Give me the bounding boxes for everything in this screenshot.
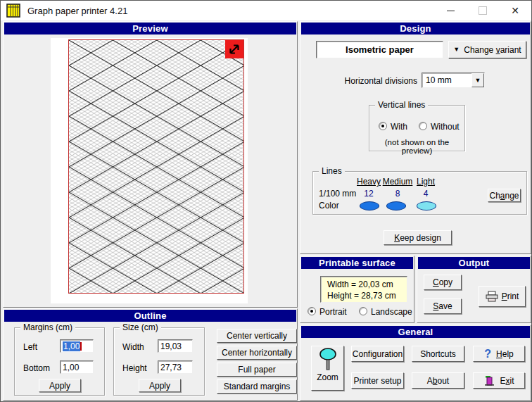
help-button[interactable]: ? Help: [473, 346, 525, 362]
vertical-lines-with-label: With: [391, 122, 407, 132]
save-button[interactable]: Save: [424, 299, 462, 314]
heavy-color-swatch[interactable]: [360, 201, 379, 211]
printable-surface-panel: Printable surface Width = 20,03 cm Heigh…: [300, 256, 414, 323]
output-panel: Output Copy Save Print: [417, 256, 531, 323]
light-color-swatch[interactable]: [417, 201, 436, 211]
size-legend: Size (cm): [120, 322, 161, 332]
light-thickness-value: 4: [412, 189, 440, 199]
lines-group: Lines Heavy Medium Light 1/100 mm 12 8 4…: [312, 171, 527, 215]
printable-area-outline: [68, 39, 244, 294]
text-caret: [80, 342, 82, 351]
lines-thickness-label: 1/100 mm: [319, 189, 356, 199]
left-margin-label: Left: [23, 342, 37, 352]
magnifier-icon: [317, 348, 338, 372]
print-button[interactable]: Print: [479, 286, 526, 307]
lines-color-label: Color: [319, 201, 339, 211]
change-lines-button[interactable]: Change: [488, 189, 521, 202]
height-label: Height: [122, 363, 147, 373]
printer-setup-button[interactable]: Printer setup: [351, 372, 404, 389]
general-panel: General Zoom Configuration Shortcuts ? H…: [300, 325, 531, 401]
vertical-lines-with-radio[interactable]: [379, 122, 387, 130]
lines-col-medium: Medium: [380, 177, 415, 187]
app-window: Graph paper printer 4.21 ✕ Preview: [0, 0, 532, 402]
shortcuts-button[interactable]: Shortcuts: [412, 346, 464, 362]
exit-door-icon: [483, 375, 495, 387]
vertical-lines-note: (not shown on the preview): [369, 138, 464, 155]
horizontal-divisions-label: Horizontal divisions: [329, 76, 417, 86]
dropdown-triangle-icon: ▼: [453, 46, 460, 53]
title-bar: Graph paper printer 4.21 ✕: [1, 1, 531, 20]
keep-design-button[interactable]: Keep design: [384, 230, 452, 245]
lines-col-light: Light: [412, 177, 440, 187]
close-button[interactable]: ✕: [499, 1, 531, 20]
close-icon: ✕: [511, 6, 519, 15]
width-input[interactable]: 19,03: [158, 339, 193, 353]
medium-thickness-value: 8: [380, 189, 415, 199]
copy-button[interactable]: Copy: [424, 275, 462, 290]
chevron-down-icon: ▼: [475, 77, 481, 84]
landscape-radio[interactable]: [359, 307, 367, 315]
margins-apply-button[interactable]: Apply: [39, 379, 81, 392]
preview-zoom-button[interactable]: [225, 40, 243, 58]
change-variant-button[interactable]: ▼ Change variant: [448, 41, 526, 58]
question-mark-icon: ?: [484, 348, 491, 360]
portrait-label: Portrait: [319, 307, 347, 317]
about-button[interactable]: About: [412, 372, 464, 389]
bottom-margin-input[interactable]: 1,00: [60, 360, 94, 374]
center-horizontally-button[interactable]: Center horizontally: [217, 346, 297, 360]
minimize-icon: [447, 11, 455, 11]
design-header: Design: [301, 23, 530, 34]
paper-type-display: Isometric paper: [316, 41, 443, 58]
printer-icon: [486, 291, 498, 302]
configuration-button[interactable]: Configuration: [351, 346, 404, 362]
resize-arrow-icon: [227, 42, 242, 57]
center-vertically-button[interactable]: Center vertically: [217, 329, 297, 343]
landscape-label: Landscape: [371, 307, 412, 317]
vertical-lines-without-label: Without: [431, 122, 460, 132]
preview-panel: Preview: [3, 21, 298, 308]
vertical-lines-group: Vertical lines With Without (not shown o…: [369, 105, 465, 151]
maximize-button[interactable]: [467, 1, 499, 20]
printable-dimensions-box: Width = 20,03 cm Height = 28,73 cm: [320, 276, 407, 303]
printable-surface-header: Printable surface: [301, 257, 413, 269]
margins-legend: Margins (cm): [20, 322, 75, 332]
lines-legend: Lines: [319, 166, 345, 176]
medium-color-swatch[interactable]: [386, 201, 406, 211]
output-header: Output: [418, 257, 530, 269]
vertical-lines-without-radio[interactable]: [419, 122, 427, 130]
size-group: Size (cm) Width 19,03 Height 27,73 Apply: [113, 327, 205, 396]
bottom-margin-label: Bottom: [23, 363, 50, 373]
height-input[interactable]: 27,73: [158, 360, 193, 374]
paper-preview: [51, 38, 248, 303]
size-apply-button[interactable]: Apply: [139, 379, 181, 392]
margins-group: Margins (cm) Left 1,00 Bottom 1,00 Apply: [14, 327, 105, 396]
outline-panel: Outline Margins (cm) Left 1,00 Bottom 1,…: [3, 308, 298, 401]
window-title: Graph paper printer 4.21: [27, 6, 127, 16]
zoom-button[interactable]: Zoom: [311, 346, 344, 391]
design-panel: Design Isometric paper ▼ Change variant …: [300, 21, 531, 254]
vertical-lines-legend: Vertical lines: [375, 100, 428, 110]
left-margin-input[interactable]: 1,00: [60, 339, 94, 353]
standard-margins-button[interactable]: Standard margins: [217, 379, 297, 394]
outline-header: Outline: [4, 310, 296, 322]
preview-header: Preview: [4, 23, 296, 34]
maximize-icon: [479, 6, 487, 15]
width-label: Width: [122, 342, 144, 352]
printable-height-text: Height = 28,73 cm: [327, 290, 407, 301]
isometric-grid-pattern: [69, 40, 243, 293]
full-paper-button[interactable]: Full paper: [217, 363, 297, 377]
combo-dropdown-button[interactable]: ▼: [471, 73, 484, 87]
exit-button[interactable]: Exit: [473, 372, 525, 389]
printable-width-text: Width = 20,03 cm: [327, 279, 407, 290]
minimize-button[interactable]: [434, 1, 467, 20]
horizontal-divisions-select[interactable]: 10 mm ▼: [422, 73, 485, 88]
general-header: General: [301, 326, 530, 338]
portrait-radio[interactable]: [308, 307, 316, 315]
app-icon: [6, 4, 20, 18]
